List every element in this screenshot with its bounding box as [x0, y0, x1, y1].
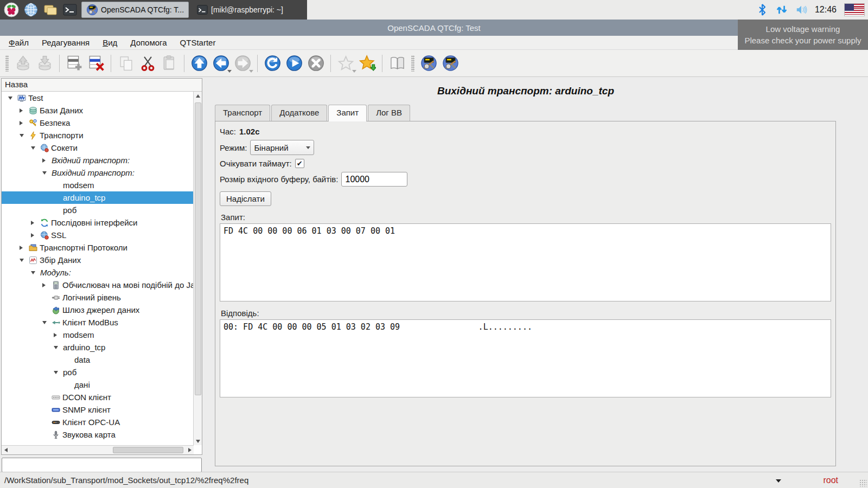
expand-closed-icon[interactable] [42, 158, 52, 163]
tab-додаткове[interactable]: Додаткове [271, 105, 327, 121]
menu-файл[interactable]: Файл [2, 37, 35, 48]
tree-item-безпека[interactable]: Безпека [2, 117, 194, 129]
send-button[interactable]: Надіслати [220, 191, 271, 206]
back-button[interactable] [210, 53, 232, 74]
tree-item-клієнт-modbus[interactable]: Клієнт ModBus [2, 316, 194, 329]
taskbar-window-openscada[interactable]: OpenSCADA QTCfg: T... [81, 2, 189, 18]
tree-item-вхідний-транспорт-[interactable]: Вхідний транспорт: [2, 154, 194, 166]
tab-лог-вв[interactable]: Лог ВВ [368, 105, 410, 121]
tree-item-роб[interactable]: роб [2, 366, 194, 378]
expand-closed-icon[interactable] [20, 121, 29, 125]
scroll-down-icon[interactable] [194, 437, 202, 445]
clock[interactable]: 12:46 [815, 5, 837, 15]
start-updating-button[interactable] [283, 53, 305, 74]
expand-closed-icon[interactable] [31, 221, 40, 225]
qtstarter-vision-button[interactable] [439, 53, 461, 74]
tree-vscroll-thumb[interactable] [195, 102, 201, 395]
tree-item-обчислювач-на-мові-подібній-до-ja[interactable]: Обчислювач на мові подібній до Ja [2, 279, 194, 291]
file-manager-icon[interactable] [42, 2, 59, 18]
tree-vertical-scrollbar[interactable] [193, 92, 202, 445]
tree-hscroll-thumb[interactable] [113, 447, 183, 453]
refresh-button[interactable] [261, 53, 283, 74]
tree-item-роб[interactable]: роб [2, 204, 194, 216]
volume-icon[interactable] [795, 3, 807, 16]
expand-open-icon[interactable] [54, 371, 63, 374]
tree-item-вихідний-транспорт-[interactable]: Вихідний транспорт: [2, 166, 194, 179]
up-button[interactable] [188, 53, 210, 74]
expand-closed-icon[interactable] [20, 246, 29, 250]
tab-запит[interactable]: Запит [328, 105, 367, 121]
buffer-size-input[interactable] [341, 172, 407, 187]
toolbar-dropdown-caret[interactable] [249, 70, 253, 73]
web-browser-icon[interactable] [23, 2, 39, 18]
tree-item-клієнт-opc-ua[interactable]: Клієнт OPC-UA [2, 416, 194, 428]
expand-open-icon[interactable] [20, 134, 29, 137]
tree-item-модуль-[interactable]: Модуль: [2, 266, 194, 279]
tab-транспорт[interactable]: Транспорт [215, 105, 270, 121]
menu-редагування[interactable]: Редагування [35, 37, 96, 48]
manual-button[interactable] [386, 53, 408, 74]
tree-item-шлюз-джерел-даних[interactable]: Шлюз джерел даних [2, 304, 194, 316]
expand-closed-icon[interactable] [54, 333, 63, 337]
toolbar-dropdown-caret[interactable] [227, 70, 232, 73]
expand-open-icon[interactable] [54, 346, 63, 349]
cut-item-button[interactable] [137, 53, 158, 74]
tree-search-input[interactable] [2, 458, 202, 472]
tree-item-data[interactable]: data [2, 354, 194, 366]
raspberry-menu-icon[interactable] [3, 2, 20, 18]
expand-open-icon[interactable] [8, 97, 17, 100]
tree-item-ssl[interactable]: SSL [2, 229, 194, 241]
tree-item-логічний-рівень[interactable]: Логічний рівень [2, 291, 194, 304]
tree-item-сокети[interactable]: Сокети [2, 142, 194, 154]
expand-closed-icon[interactable] [31, 233, 40, 237]
terminal-launcher-icon[interactable] [62, 2, 78, 18]
scroll-right-icon[interactable] [186, 446, 194, 454]
network-traffic-icon[interactable] [776, 3, 788, 16]
add-item-button[interactable] [63, 53, 85, 74]
scroll-left-icon[interactable] [2, 446, 10, 454]
qtstarter-qtcfg-button[interactable] [418, 53, 439, 74]
add-favorite-button[interactable] [356, 53, 378, 74]
menu-вид[interactable]: Вид [96, 37, 124, 48]
expand-closed-icon[interactable] [20, 108, 29, 113]
tree-item-arduino_tcp[interactable]: arduino_tcp [2, 191, 194, 204]
toolbar-drag-handle[interactable] [411, 55, 414, 72]
request-textarea[interactable]: FD 4C 00 00 00 06 01 03 00 07 00 01 [220, 223, 831, 301]
menu-qtstarter[interactable]: QTStarter [174, 37, 222, 48]
tree-item-arduino_tcp[interactable]: arduino_tcp [2, 341, 194, 354]
tree-item-транспортні-протоколи[interactable]: Транспортні Протоколи [2, 241, 194, 254]
tree-item-транспорти[interactable]: Транспорти [2, 129, 194, 142]
toolbar-drag-handle[interactable] [5, 55, 9, 72]
menu-допомога[interactable]: Допомога [124, 37, 173, 48]
panel-splitter[interactable] [203, 77, 207, 472]
tree-item-збір-даних[interactable]: Збір Даних [2, 254, 194, 266]
tree-header[interactable]: Назва [2, 79, 202, 92]
tree-item-snmp-клієнт[interactable]: SNMP клієнт [2, 403, 194, 416]
expand-open-icon[interactable] [31, 271, 40, 274]
us-flag-icon[interactable] [844, 3, 865, 16]
tree-item-бази-даних[interactable]: Бази Даних [2, 104, 194, 117]
expand-open-icon[interactable] [31, 146, 40, 150]
bluetooth-icon[interactable] [756, 3, 768, 16]
tree-item-звукова-карта[interactable]: Звукова карта [2, 428, 194, 441]
stop-updating-button[interactable] [305, 53, 327, 74]
current-user[interactable]: root [823, 476, 838, 485]
expand-open-icon[interactable] [42, 321, 52, 324]
response-textarea[interactable]: 00: FD 4C 00 00 00 05 01 03 02 03 09 .L.… [220, 319, 831, 397]
resize-grip[interactable] [859, 479, 867, 487]
timeout-checkbox[interactable] [295, 159, 304, 168]
tree-item-modsem[interactable]: modsem [2, 179, 194, 191]
tree-item-test[interactable]: Test [2, 92, 194, 104]
expand-open-icon[interactable] [42, 171, 52, 175]
tree-item-дані[interactable]: дані [2, 378, 194, 391]
expand-open-icon[interactable] [20, 259, 29, 262]
toolbar-dropdown-caret[interactable] [352, 70, 356, 73]
mode-select[interactable]: Бінарний [250, 140, 314, 155]
tree-horizontal-scrollbar[interactable] [2, 445, 194, 454]
expand-closed-icon[interactable] [42, 283, 52, 287]
tree-item-dcon-клієнт[interactable]: DCON клієнт [2, 391, 194, 403]
tree-item-послідовні-інтерфейси[interactable]: Послідовні інтерфейси [2, 216, 194, 229]
tree-item-modsem[interactable]: modsem [2, 329, 194, 341]
delete-item-button[interactable] [85, 53, 107, 74]
taskbar-window-terminal[interactable]: [mikl@raspberrypi: ~] [192, 2, 288, 18]
